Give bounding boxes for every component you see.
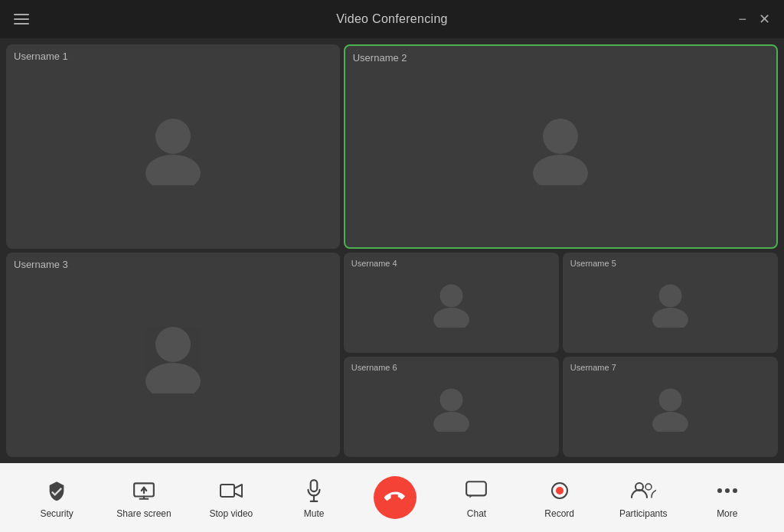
video-cell-3: Username 3 xyxy=(6,253,340,457)
video-cell-1: Username 1 xyxy=(6,44,340,249)
svg-point-7 xyxy=(433,308,469,328)
end-call-icon xyxy=(384,487,406,508)
share-screen-label: Share screen xyxy=(116,508,171,519)
security-button[interactable]: Security xyxy=(34,477,80,519)
end-call-button[interactable] xyxy=(374,476,416,519)
username-3-label: Username 3 xyxy=(14,259,68,270)
username-4-label: Username 4 xyxy=(351,259,397,268)
username-1-label: Username 1 xyxy=(14,51,68,62)
stop-video-label: Stop video xyxy=(210,508,253,519)
svg-point-24 xyxy=(556,487,564,494)
more-icon xyxy=(714,477,741,504)
svg-rect-20 xyxy=(467,481,487,495)
svg-point-27 xyxy=(717,488,722,493)
window-controls: − ✕ xyxy=(738,12,770,26)
stop-video-icon xyxy=(217,477,245,504)
username-6-label: Username 6 xyxy=(351,363,397,372)
close-button[interactable]: ✕ xyxy=(759,12,770,26)
svg-point-11 xyxy=(433,412,469,432)
minimize-button[interactable]: − xyxy=(738,12,746,26)
record-button[interactable]: Record xyxy=(537,477,583,519)
svg-point-10 xyxy=(439,388,462,411)
svg-point-5 xyxy=(145,363,201,393)
chat-icon xyxy=(462,477,490,504)
chat-label: Chat xyxy=(467,508,486,519)
participants-icon xyxy=(629,477,657,504)
toolbar: Security Share screen Stop video xyxy=(0,463,784,532)
svg-point-2 xyxy=(543,119,578,154)
svg-point-3 xyxy=(533,155,588,185)
svg-point-26 xyxy=(645,484,652,490)
participants-label: Participants xyxy=(619,508,668,519)
more-button[interactable]: More xyxy=(704,477,750,519)
video-cell-7: Username 7 xyxy=(563,357,778,457)
chat-button[interactable]: Chat xyxy=(453,477,499,519)
username-2-label: Username 2 xyxy=(353,52,407,64)
stop-video-button[interactable]: Stop video xyxy=(208,477,254,519)
record-label: Record xyxy=(544,508,574,519)
video-cell-5: Username 5 xyxy=(563,253,778,353)
svg-point-4 xyxy=(155,327,191,362)
svg-point-0 xyxy=(155,119,191,154)
username-7-label: Username 7 xyxy=(570,363,616,372)
svg-point-9 xyxy=(652,308,688,328)
mute-label: Mute xyxy=(304,508,325,519)
username-5-label: Username 5 xyxy=(570,259,616,268)
svg-point-29 xyxy=(733,488,737,493)
video-cell-6: Username 6 xyxy=(344,357,559,457)
svg-rect-16 xyxy=(220,485,234,497)
security-icon xyxy=(43,477,70,504)
share-screen-icon xyxy=(130,477,158,504)
app-title: Video Conferencing xyxy=(336,12,448,26)
title-bar: Video Conferencing − ✕ xyxy=(0,0,784,38)
svg-rect-17 xyxy=(311,480,318,491)
share-screen-button[interactable]: Share screen xyxy=(116,477,171,519)
mute-button[interactable]: Mute xyxy=(291,477,337,519)
participants-button[interactable]: Participants xyxy=(619,477,668,519)
more-label: More xyxy=(717,508,737,519)
mute-icon xyxy=(300,477,328,504)
video-grid: Username 1 Username 2 Username 3 Usernam… xyxy=(0,38,784,463)
record-icon xyxy=(546,477,573,504)
svg-point-6 xyxy=(439,284,462,307)
security-label: Security xyxy=(40,508,73,519)
svg-point-1 xyxy=(145,155,201,185)
svg-point-28 xyxy=(725,488,730,493)
video-cell-2: Username 2 xyxy=(344,44,778,249)
menu-icon[interactable] xyxy=(14,14,29,24)
svg-point-8 xyxy=(658,284,681,307)
svg-point-12 xyxy=(658,388,681,411)
video-cell-4: Username 4 xyxy=(344,253,559,353)
svg-point-13 xyxy=(652,412,688,432)
